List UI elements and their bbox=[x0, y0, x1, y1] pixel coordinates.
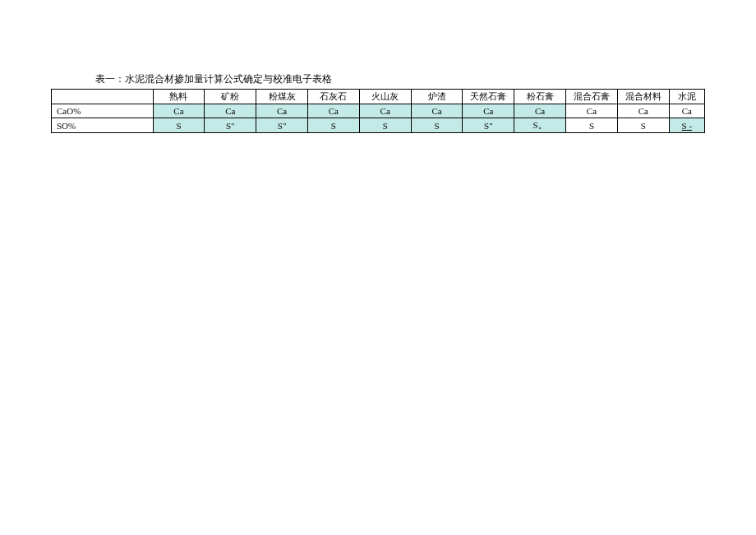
table-row: SO%SS"S"SSSS"S。SSS -| bbox=[52, 118, 705, 133]
data-cell: Ca bbox=[617, 104, 669, 118]
data-cell: Ca bbox=[205, 104, 256, 118]
data-cell: Ca bbox=[566, 104, 618, 118]
header-cell: 粉石膏 bbox=[514, 90, 566, 104]
header-cell: 粉煤灰 bbox=[256, 90, 308, 104]
header-cell: 混合石膏 bbox=[566, 90, 618, 104]
data-cell: S bbox=[359, 118, 411, 133]
data-cell: S bbox=[617, 118, 669, 133]
data-cell: S" bbox=[463, 118, 514, 133]
data-cell: Ca bbox=[308, 104, 360, 118]
row-label: SO% bbox=[52, 118, 154, 133]
data-cell: Ca bbox=[463, 104, 514, 118]
header-cell: 炉渣 bbox=[411, 90, 463, 104]
table-row: CaO%CaCaCaCaCaCaCaCaCaCaCa bbox=[52, 104, 705, 118]
data-cell: S" bbox=[256, 118, 308, 133]
data-cell: S bbox=[308, 118, 360, 133]
header-cell: 水泥 bbox=[669, 90, 704, 104]
header-cell: 混合材料 bbox=[617, 90, 669, 104]
data-cell: S bbox=[411, 118, 463, 133]
header-cell: 矿粉 bbox=[205, 90, 256, 104]
data-cell: Ca bbox=[669, 104, 704, 118]
header-cell: 天然石膏 bbox=[463, 90, 514, 104]
data-cell: Ca bbox=[256, 104, 308, 118]
header-cell: 火山灰 bbox=[359, 90, 411, 104]
data-cell: S bbox=[566, 118, 618, 133]
data-cell: Ca bbox=[153, 104, 205, 118]
header-cell: 石灰石 bbox=[308, 90, 360, 104]
data-cell: S" bbox=[205, 118, 256, 133]
table-body: CaO%CaCaCaCaCaCaCaCaCaCaCaSO%SS"S"SSSS"S… bbox=[52, 104, 705, 133]
data-cell: Ca bbox=[411, 104, 463, 118]
header-cell: 熟料 bbox=[153, 90, 205, 104]
edge-mark: | bbox=[704, 124, 705, 133]
row-label: CaO% bbox=[52, 104, 154, 118]
data-cell: S bbox=[153, 118, 205, 133]
table-title: 表一：水泥混合材掺加量计算公式确定与校准电子表格 bbox=[51, 72, 705, 86]
data-cell: Ca bbox=[514, 104, 566, 118]
data-table: 熟料 矿粉 粉煤灰 石灰石 火山灰 炉渣 天然石膏 粉石膏 混合石膏 混合材料 … bbox=[51, 89, 705, 133]
header-row: 熟料 矿粉 粉煤灰 石灰石 火山灰 炉渣 天然石膏 粉石膏 混合石膏 混合材料 … bbox=[52, 90, 705, 104]
data-cell: S -| bbox=[669, 118, 704, 133]
header-blank bbox=[52, 90, 154, 104]
data-cell: Ca bbox=[359, 104, 411, 118]
data-cell: S。 bbox=[514, 118, 566, 133]
